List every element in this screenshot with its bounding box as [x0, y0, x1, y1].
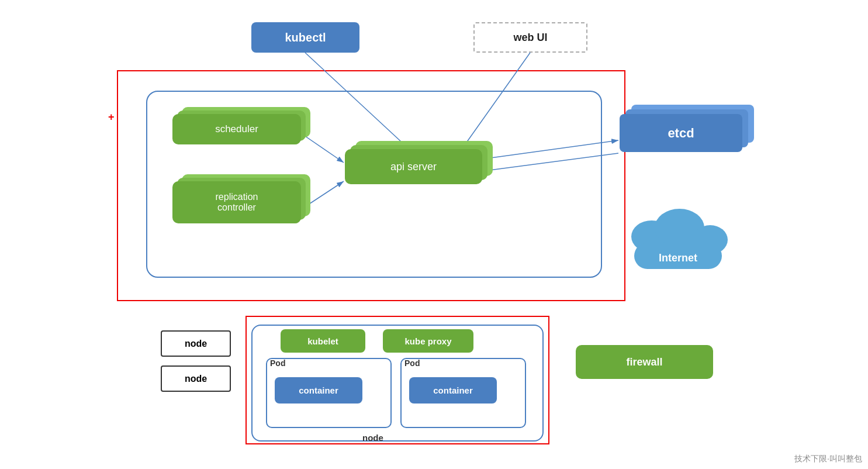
- replication-label: replicationcontroller: [216, 192, 258, 213]
- plus-sign: +: [108, 111, 115, 123]
- apiserver-label: api server: [390, 161, 437, 173]
- kubelet-box: kubelet: [281, 329, 365, 353]
- watermark: 技术下限·叫叫整包: [794, 454, 862, 464]
- apiserver-stack: api server: [345, 149, 482, 184]
- kubeproxy-label: kube proxy: [404, 336, 451, 346]
- internet-label: Internet: [623, 252, 734, 264]
- firewall-label: firewall: [626, 356, 662, 368]
- scheduler-label: scheduler: [215, 123, 258, 135]
- scheduler-stack: scheduler: [172, 114, 301, 144]
- scheduler-box: scheduler: [172, 114, 301, 144]
- kubectl-box: kubectl: [251, 22, 359, 53]
- pod1-label: Pod: [270, 358, 285, 368]
- replication-box: replicationcontroller: [172, 181, 301, 223]
- internet-cloud: Internet: [623, 222, 734, 269]
- kubectl-label: kubectl: [285, 31, 326, 44]
- diagram-container: kubectl web UI + scheduler replicationco…: [0, 0, 868, 469]
- webui-label: web UI: [513, 32, 547, 44]
- node-bottom-label: node: [362, 433, 383, 443]
- pod1-container-label: container: [299, 385, 338, 395]
- apiserver-box: api server: [345, 149, 482, 184]
- node-box-1: node: [161, 330, 231, 357]
- pod2-container-label: container: [433, 385, 473, 395]
- kubelet-label: kubelet: [307, 336, 338, 346]
- etcd-stack: etcd: [620, 114, 742, 152]
- cloud-shape: Internet: [623, 222, 734, 269]
- kubeproxy-box: kube proxy: [383, 329, 473, 353]
- node2-label: node: [185, 374, 207, 384]
- pod2-label: Pod: [404, 358, 420, 368]
- replication-stack: replicationcontroller: [172, 181, 301, 223]
- pod2-container-box: container: [409, 377, 497, 404]
- node-box-2: node: [161, 365, 231, 392]
- pod1-container-box: container: [275, 377, 362, 404]
- etcd-box: etcd: [620, 114, 742, 152]
- node1-label: node: [185, 339, 207, 349]
- etcd-label: etcd: [668, 126, 694, 141]
- webui-box: web UI: [473, 22, 587, 53]
- firewall-box: firewall: [576, 345, 713, 379]
